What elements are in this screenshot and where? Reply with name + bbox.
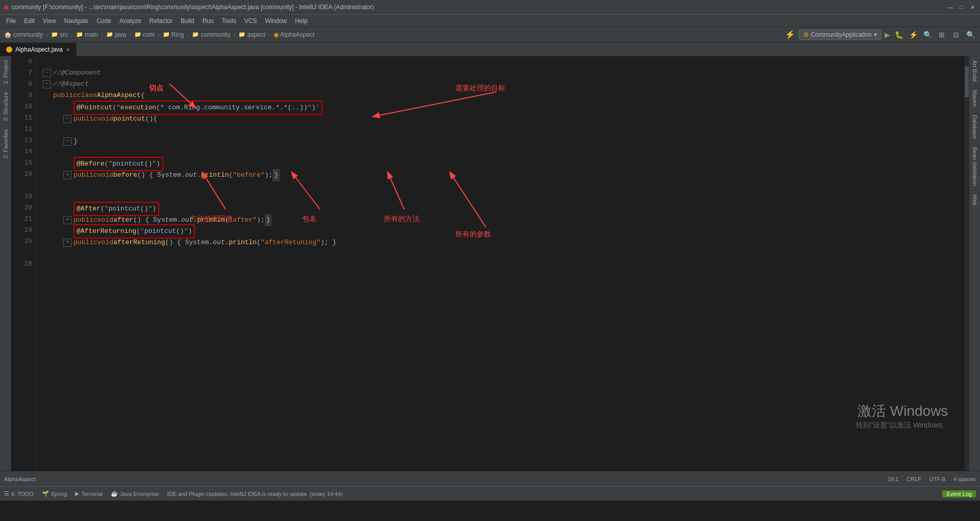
code-line-28 <box>43 248 959 271</box>
menu-run[interactable]: Run <box>199 16 218 26</box>
title-bar: ■ community [F:\community] - ...\src\mai… <box>0 0 980 14</box>
nav-aspect[interactable]: 📁 aspect <box>238 31 265 38</box>
menu-view[interactable]: View <box>39 16 60 26</box>
code-line-20: @After("pointcut()") <box>43 203 959 215</box>
fold-13[interactable]: − <box>63 137 71 146</box>
spring-icon: 🌱 <box>42 490 49 497</box>
status-position: 19:1 <box>888 476 898 482</box>
search2-icon[interactable]: 🔍 <box>965 29 976 40</box>
status-class-name: AlphaAspect <box>4 476 36 482</box>
code-line-24: @AfterReturning("pointcut()") <box>43 226 959 237</box>
line-numbers: 6 7 8 9 10 11 12 13 14 15 16 19 20 21 24… <box>11 56 37 471</box>
event-log-button[interactable]: Event Log <box>942 490 976 498</box>
nav-java[interactable]: 📁 java <box>106 31 126 38</box>
debug-icon[interactable]: 🐛 <box>893 29 904 40</box>
nav-main[interactable]: 📁 main <box>76 31 98 38</box>
menu-build[interactable]: Build <box>177 16 199 26</box>
layout-icon[interactable]: ⊟ <box>950 29 962 40</box>
navigate-back-icon[interactable]: ⚡ <box>785 29 796 40</box>
code-line-11: − public void pointcut(){ <box>43 113 959 125</box>
menu-tools[interactable]: Tools <box>218 16 240 26</box>
tab-icon <box>6 46 12 53</box>
sidebar-tab-maven[interactable]: Maven <box>970 86 979 111</box>
run-config-label: CommunityApplication <box>811 31 872 38</box>
status-encoding: UTF-8 <box>929 476 945 482</box>
fold-25[interactable]: + <box>63 239 71 247</box>
menu-file[interactable]: File <box>2 16 20 26</box>
java-enterprise-tab[interactable]: ☕ Java Enterprise <box>111 490 159 497</box>
label-qiedian: 切点 <box>149 84 163 93</box>
menu-help[interactable]: Help <box>291 16 312 26</box>
app-icon: ■ <box>4 3 8 11</box>
status-right: 19:1 CRLF UTF-8 4 spaces <box>888 476 976 482</box>
title-bar-left: ■ community [F:\community] - ...\src\mai… <box>4 3 374 11</box>
title-text: community [F:\community] - ...\src\main\… <box>11 4 374 11</box>
code-line-15: @Before("pointcut()") <box>43 158 959 170</box>
menu-navigate[interactable]: Navigate <box>60 16 92 26</box>
bottom-bar: ☰ 6: TODO 🌱 Spring ▶ Terminal ☕ Java Ent… <box>0 486 980 501</box>
folder-icon-src: 📁 <box>51 31 58 38</box>
sidebar-tab-favorites[interactable]: 2: Favorites <box>1 125 10 162</box>
todo-tab[interactable]: ☰ 6: TODO <box>4 490 34 497</box>
menu-vcs[interactable]: VCS <box>240 16 261 26</box>
right-sidebar: Art Build Maven Database Bean Validation… <box>969 56 980 471</box>
spring-tab[interactable]: 🌱 Spring <box>42 490 67 497</box>
run-config-icon: ⚙ <box>803 31 809 38</box>
code-line-14 <box>43 147 959 158</box>
code-line-13: − } <box>43 136 959 147</box>
class-icon: ◉ <box>274 31 279 38</box>
sidebar-tab-database[interactable]: Database <box>970 111 979 143</box>
menu-code[interactable]: Code <box>92 16 115 26</box>
nav-community[interactable]: 📁 community <box>192 31 230 38</box>
code-line-25: + public void afterRetuning() { System. … <box>43 237 959 248</box>
code-line-7: − //@Component <box>43 67 959 79</box>
tab-bar: AlphaAspect.java ✕ <box>0 42 980 56</box>
terminal-tab[interactable]: ▶ Terminal <box>75 490 103 497</box>
tab-close-button[interactable]: ✕ <box>66 46 70 53</box>
nav-ring[interactable]: 📁 Ring <box>163 31 184 38</box>
code-scrollbar[interactable] <box>965 56 969 471</box>
fold-21[interactable]: + <box>63 216 71 224</box>
sidebar-tab-bean-validation[interactable]: Bean Validation <box>970 143 979 190</box>
nav-com[interactable]: 📁 com <box>134 31 155 38</box>
menu-analyze[interactable]: Analyze <box>115 16 145 26</box>
status-indent: 4 spaces <box>953 476 976 482</box>
nav-src[interactable]: 📁 src <box>51 31 68 38</box>
tab-alphaaspect[interactable]: AlphaAspect.java ✕ <box>0 43 77 56</box>
sidebar-tab-web[interactable]: Web <box>970 190 979 209</box>
nav-alphaaspect[interactable]: ◉ AlphaAspect <box>274 31 314 38</box>
code-area[interactable]: − //@Component − //@Aspect public class … <box>37 56 965 471</box>
fold-8[interactable]: − <box>43 80 51 88</box>
fold-16[interactable]: + <box>63 171 71 179</box>
menu-refactor[interactable]: Refactor <box>145 16 177 26</box>
sidebar-tab-art-build[interactable]: Art Build <box>970 56 979 86</box>
close-button[interactable]: ✕ <box>969 4 976 11</box>
settings-icon[interactable]: ⊞ <box>936 29 947 40</box>
title-bar-controls[interactable]: — □ ✕ <box>946 4 976 11</box>
fold-11[interactable]: − <box>63 115 71 123</box>
run-button[interactable]: ▶ <box>885 31 890 39</box>
coverage-icon[interactable]: ⚡ <box>908 29 919 40</box>
label-suoyou-fangfa: 所有的方法 <box>384 215 420 224</box>
nav-community-project[interactable]: 🏠 community <box>4 31 43 38</box>
windows-watermark-title: 激活 Windows <box>856 401 949 421</box>
fold-7[interactable]: − <box>43 69 51 77</box>
menu-window[interactable]: Window <box>261 16 291 26</box>
run-config[interactable]: ⚙ CommunityApplication ▾ <box>799 30 881 40</box>
maximize-button[interactable]: □ <box>958 4 965 11</box>
menu-bar: File Edit View Navigate Code Analyze Ref… <box>0 14 980 27</box>
pointcut-annotation-box: @Pointcut("execution(* com.Ring.communit… <box>74 101 323 115</box>
minimize-button[interactable]: — <box>946 4 953 11</box>
folder-icon-ring: 📁 <box>163 31 170 38</box>
bottom-right: Event Log <box>942 490 976 498</box>
menu-edit[interactable]: Edit <box>20 16 39 26</box>
label-baoname: 包名 <box>302 215 316 224</box>
label-fanhuizhi: 方法的返回值 <box>190 215 233 224</box>
code-line-6 <box>43 56 959 67</box>
sidebar-tab-project[interactable]: 1: Project <box>1 56 10 88</box>
status-bar: AlphaAspect 19:1 CRLF UTF-8 4 spaces <box>0 471 980 486</box>
scrollbar-thumb[interactable] <box>965 66 969 97</box>
code-line-12 <box>43 125 959 136</box>
sidebar-tab-structure[interactable]: 2: Structure <box>1 88 10 125</box>
search-icon[interactable]: 🔍 <box>922 29 933 40</box>
